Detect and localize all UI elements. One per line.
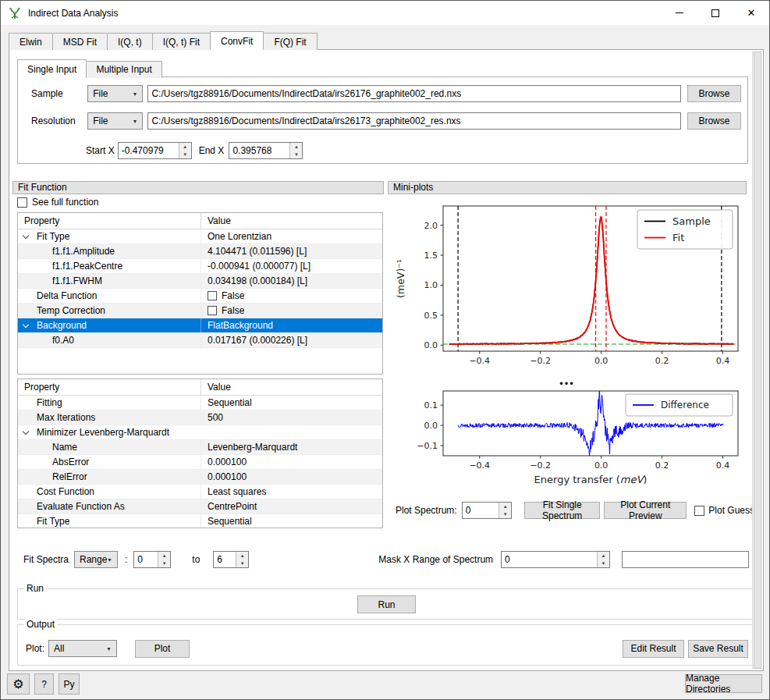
property-row[interactable]: Evaluate Function AsCentrePoint [18,499,382,514]
fit-settings-property-table: PropertyValueFittingSequentialMax Iterat… [17,378,383,528]
property-row[interactable]: Fit TypeSequential [18,514,382,528]
property-name: AbsError [18,457,89,467]
property-row[interactable]: AbsError0.000100 [18,455,382,470]
property-row[interactable]: f1.f1.Amplitude4.104471 (0.011596) [L] [18,244,382,259]
plot-current-preview-button[interactable]: Plot Current Preview [604,502,687,519]
mask-spectrum-spinbox[interactable]: ▲▼ [501,551,610,568]
plot-spectrum-spinbox[interactable]: ▲▼ [462,502,512,519]
output-group-label: Output [24,619,57,630]
spin-arrows[interactable]: ▲▼ [158,552,170,567]
resolution-source-combo[interactable]: File ▼ [87,112,143,130]
property-column-header: Property [18,379,201,395]
sample-fit-plot[interactable]: −0.4−0.20.00.20.40.00.51.01.52.0(meV)⁻¹S… [392,197,743,378]
value-checkbox[interactable] [208,306,217,315]
plot-guess-checkbox[interactable] [694,506,704,516]
gear-icon: ⚙ [12,677,23,691]
property-row[interactable]: Temp CorrectionFalse [18,304,382,318]
property-name: Max Iterations [18,412,95,423]
close-button[interactable]: ✕ [733,1,769,25]
property-value: Least squares [208,486,266,497]
svg-text:Fit: Fit [672,232,684,243]
sample-source-combo[interactable]: File ▼ [87,85,143,102]
property-value: False [222,290,244,301]
tab-multiple-input[interactable]: Multiple Input [86,61,161,78]
property-column-header: Property [18,213,201,229]
resolution-path-input[interactable] [147,112,680,130]
mask-x-range-label: Mask X Range of Spectrum [378,554,493,565]
property-row[interactable]: NameLevenberg-Marquardt [18,440,382,455]
help-button[interactable]: ? [34,673,54,695]
minimize-button[interactable] [662,1,697,25]
svg-text:0.2: 0.2 [655,460,669,471]
property-row[interactable]: f1.f1.PeakCentre-0.000941 (0.000077) [L] [18,259,382,274]
end-x-spinbox[interactable]: ▲▼ [229,142,303,159]
svg-text:−0.2: −0.2 [530,356,551,366]
python-export-button[interactable]: Py [59,673,80,695]
spin-arrows[interactable]: ▲▼ [236,552,248,567]
maximize-button[interactable] [697,1,733,25]
window-title: Indirect Data Analysis [28,8,118,19]
fit-function-header[interactable]: Fit Function [12,181,384,194]
property-row[interactable]: f0.A00.017167 (0.000226) [L] [18,333,382,348]
spin-down-icon: ▼ [499,510,511,518]
scrollbar-thumb[interactable] [754,52,761,669]
fit-spectra-mode-combo[interactable]: Range ▼ [74,551,118,568]
property-name: Cost Function [18,486,94,497]
tab-msd-fit[interactable]: MSD Fit [52,33,108,50]
svg-text:1.0: 1.0 [424,280,438,290]
property-row[interactable]: BackgroundFlatBackground [18,318,382,333]
tab-single-input[interactable]: Single Input [17,59,87,78]
property-row[interactable]: Cost FunctionLeast squares [18,485,382,499]
property-row[interactable]: Max Iterations500 [18,410,382,425]
run-button[interactable]: Run [357,595,416,613]
fit-single-spectrum-button[interactable]: Fit Single Spectrum [524,502,600,519]
tab-fq-fit[interactable]: F(Q) Fit [263,33,317,50]
difference-plot[interactable]: −0.4−0.20.00.20.4−0.10.00.1DifferenceEne… [392,387,743,487]
sample-path-input[interactable] [147,85,680,102]
property-name: Fit Type [18,516,69,527]
mini-plots-header[interactable]: Mini-plots [388,181,747,194]
svg-text:0.0: 0.0 [594,460,609,471]
property-name: f0.A0 [18,335,74,346]
property-value: -0.000941 (0.000077) [L] [208,261,310,272]
spin-arrows[interactable]: ▲▼ [179,143,191,158]
start-x-spinbox[interactable]: ▲▼ [118,142,192,159]
mask-range-input[interactable] [622,551,749,568]
output-plot-combo[interactable]: All ▼ [48,640,117,657]
tab-convfit[interactable]: ConvFit [210,31,264,50]
svg-text:0.5: 0.5 [424,311,438,321]
tab-elwin[interactable]: Elwin [9,33,53,50]
resolution-browse-button[interactable]: Browse [687,112,741,130]
save-result-button[interactable]: Save Result [688,640,748,658]
spin-arrows[interactable]: ▲▼ [289,143,302,158]
property-row[interactable]: f1.f1.FWHM0.034198 (0.000184) [L] [18,274,382,289]
resolution-label: Resolution [31,115,80,126]
property-row[interactable]: Delta FunctionFalse [18,289,382,304]
output-plot-button[interactable]: Plot [135,640,190,658]
fit-function-property-table: PropertyValueFit TypeOne Lorentzianf1.f1… [17,212,383,375]
value-checkbox[interactable] [208,291,217,300]
see-full-function-checkbox[interactable] [17,197,27,208]
property-row[interactable]: FittingSequential [18,396,382,410]
indirect-data-analysis-window: { "window": { "title": "Indirect Data An… [0,0,770,700]
property-row[interactable]: Minimizer Levenberg-Marquardt [18,425,382,440]
fit-spectra-label: Fit Spectra [23,554,69,565]
sample-browse-button[interactable]: Browse [687,85,741,102]
spin-down-icon: ▼ [290,151,302,158]
spin-arrows[interactable]: ▲▼ [499,503,511,518]
svg-text:0.2: 0.2 [655,356,669,366]
manage-directories-button[interactable]: Manage Directories [685,674,762,693]
property-value: 0.017167 (0.000226) [L] [208,335,307,346]
tab-iqt[interactable]: I(Q, t) [107,33,153,50]
fit-spectra-from-spinbox[interactable]: ▲▼ [133,551,171,568]
fit-spectra-to-spinbox[interactable]: ▲▼ [213,551,249,568]
vertical-scrollbar[interactable] [752,51,762,670]
spin-arrows[interactable]: ▲▼ [597,552,609,567]
tab-iqt-fit[interactable]: I(Q, t) Fit [152,33,211,50]
property-row[interactable]: Fit TypeOne Lorentzian [18,229,382,244]
edit-result-button[interactable]: Edit Result [623,640,684,658]
property-row[interactable]: RelError0.000100 [18,470,382,485]
property-value: 0.000100 [208,471,247,482]
settings-button[interactable]: ⚙ [7,673,30,695]
plot-splitter-handle[interactable]: ••• [392,378,743,386]
